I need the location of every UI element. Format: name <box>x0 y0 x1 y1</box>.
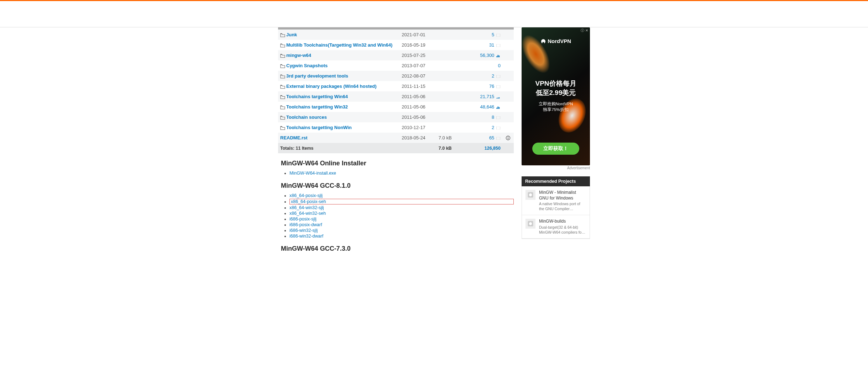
download-link[interactable]: i686-posix-dwarf <box>289 222 322 227</box>
file-size <box>436 102 470 112</box>
file-name-link[interactable]: Junk <box>286 32 297 37</box>
download-link[interactable]: x86_64-win32-seh <box>289 211 326 216</box>
ad-sub-line2: 独享75%折扣 <box>522 107 590 112</box>
file-size <box>436 122 470 133</box>
ad-cta-button[interactable]: 立即获取！ <box>532 143 579 155</box>
download-count[interactable]: 8 <box>492 115 494 120</box>
list-item: i686-posix-sjlj <box>289 217 514 222</box>
file-size <box>436 112 470 122</box>
file-size <box>436 81 470 91</box>
file-row: Toolchains targetting Win322011-05-0648,… <box>278 102 514 112</box>
project-title: MinGW-builds <box>539 219 586 224</box>
file-date: 2011-05-06 <box>399 91 436 102</box>
file-name-link[interactable]: Multilib Toolchains(Targetting Win32 and… <box>286 42 392 48</box>
folder-icon <box>280 105 285 110</box>
svg-point-17 <box>508 137 509 138</box>
gcc810-download-list: x86_64-posix-sjljx86_64-posix-sehx86_64-… <box>289 193 514 239</box>
file-name-link[interactable]: External binary packages (Win64 hosted) <box>286 84 376 89</box>
file-name-link[interactable]: README.rst <box>280 135 308 140</box>
ad-decoration <box>522 30 556 78</box>
totals-size: 7.0 kB <box>436 143 470 153</box>
file-size <box>436 71 470 81</box>
download-link[interactable]: x86_64-posix-sjlj <box>289 193 323 198</box>
download-count[interactable]: 21,715 <box>480 94 495 99</box>
list-item: i686-posix-dwarf <box>289 222 514 227</box>
project-icon <box>525 190 535 200</box>
project-description: Dual-target(32 & 64-bit) MinGW-W64 compi… <box>539 225 586 235</box>
file-row: Multilib Toolchains(Targetting Win32 and… <box>278 40 514 50</box>
download-link[interactable]: x86_64-posix-seh <box>291 199 326 204</box>
download-count[interactable]: 5 <box>492 32 494 37</box>
download-count[interactable]: 31 <box>489 42 494 48</box>
file-row: README.rst2018-05-247.0 kB65 <box>278 133 514 143</box>
svg-rect-15 <box>496 137 500 140</box>
svg-rect-14 <box>496 127 500 129</box>
list-item: x86_64-posix-seh <box>289 199 514 204</box>
svg-rect-8 <box>498 97 498 98</box>
advertisement-banner[interactable]: ⓘ ✕ NordVPN VPN价格每月 低至2.99美元 立即抢购NordVPN… <box>522 27 590 165</box>
file-name-link[interactable]: Cygwin Snapshots <box>286 63 328 68</box>
recommended-project-item[interactable]: MinGW-buildsDual-target(32 & 64-bit) Min… <box>522 215 590 239</box>
list-item: i686-win32-dwarf <box>289 234 514 239</box>
file-row: Toolchains targetting NonWin2010-12-172 <box>278 122 514 133</box>
recommended-project-item[interactable]: MinGW - Minimalist GNU for WindowsA nati… <box>522 186 590 215</box>
svg-rect-3 <box>498 55 498 57</box>
folder-icon <box>280 64 285 68</box>
list-item: x86_64-win32-sjlj <box>289 205 514 210</box>
file-listing-table: Junk2021-07-015 Multilib Toolchains(Targ… <box>278 30 514 153</box>
download-link[interactable]: MinGW-W64-install.exe <box>289 171 336 176</box>
ad-logo: NordVPN <box>522 38 590 44</box>
ad-sub-line1: 立即抢购NordVPN <box>522 101 590 107</box>
ad-main-line2: 低至2.99美元 <box>522 88 590 97</box>
svg-rect-5 <box>496 75 500 78</box>
nordvpn-icon <box>540 39 546 44</box>
list-item: MinGW-W64-install.exe <box>289 171 514 176</box>
recommended-header: Recommended Projects <box>522 176 590 186</box>
file-name-link[interactable]: Toolchain sources <box>286 115 327 120</box>
list-item: x86_64-posix-sjlj <box>289 193 514 198</box>
download-count[interactable]: 2 <box>492 125 494 130</box>
project-description: A native Windows port of the GNU Compile… <box>539 202 586 211</box>
file-name-link[interactable]: Toolchains targetting Win64 <box>286 94 348 99</box>
file-size <box>436 30 470 40</box>
svg-rect-11 <box>498 106 498 108</box>
download-link[interactable]: i686-win32-dwarf <box>289 234 323 239</box>
file-row: Toolchains targetting Win642011-05-0621,… <box>278 91 514 102</box>
download-count[interactable]: 2 <box>492 73 494 79</box>
download-link[interactable]: x86_64-win32-sjlj <box>289 205 324 210</box>
advertisement-label: Advertisement <box>522 166 590 170</box>
download-link[interactable]: i686-win32-sjlj <box>289 228 318 233</box>
main-content: Junk2021-07-015 Multilib Toolchains(Targ… <box>278 27 514 256</box>
folder-icon <box>280 54 285 58</box>
file-name-link[interactable]: 3rd party development tools <box>286 73 348 79</box>
download-count[interactable]: 76 <box>489 84 494 89</box>
file-date: 2016-05-19 <box>399 40 436 50</box>
file-date: 2018-05-24 <box>399 133 436 143</box>
ad-close-info[interactable]: ⓘ ✕ <box>581 28 588 33</box>
file-name-link[interactable]: mingw-w64 <box>286 53 311 58</box>
list-item: x86_64-win32-seh <box>289 211 514 216</box>
file-date: 2013-07-07 <box>399 60 436 71</box>
file-size: 7.0 kB <box>436 133 470 143</box>
gcc810-heading: MinGW-W64 GCC-8.1.0 <box>281 182 514 190</box>
download-count[interactable]: 56,300 <box>480 53 495 58</box>
project-title: MinGW - Minimalist GNU for Windows <box>539 190 586 201</box>
svg-rect-7 <box>496 98 497 99</box>
ad-subtext: 立即抢购NordVPN 独享75%折扣 <box>522 101 590 112</box>
download-count[interactable]: 48,646 <box>480 104 495 110</box>
download-count[interactable]: 0 <box>498 63 501 68</box>
download-link[interactable]: i686-posix-sjlj <box>289 217 317 222</box>
file-name-link[interactable]: Toolchains targetting Win32 <box>286 104 348 110</box>
svg-rect-1 <box>496 44 500 47</box>
header-whitespace <box>0 1 868 27</box>
file-date: 2010-12-17 <box>399 122 436 133</box>
file-size <box>436 40 470 50</box>
file-date: 2011-05-06 <box>399 112 436 122</box>
info-icon[interactable] <box>506 135 511 140</box>
totals-downloads[interactable]: 126,850 <box>485 146 501 151</box>
download-count[interactable]: 65 <box>489 135 494 140</box>
file-size <box>436 60 470 71</box>
folder-icon <box>280 43 285 48</box>
file-name-link[interactable]: Toolchains targetting NonWin <box>286 125 352 130</box>
file-row: mingw-w642015-07-2556,300 <box>278 50 514 60</box>
